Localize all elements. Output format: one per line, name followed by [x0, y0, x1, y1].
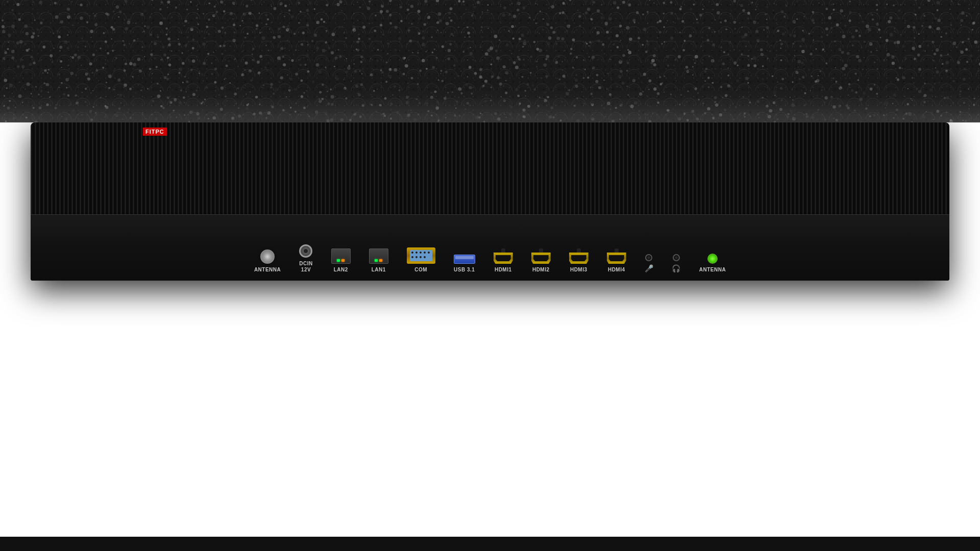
lan2-icon — [331, 248, 351, 264]
hdmi4-port — [607, 253, 626, 264]
com-icon — [407, 247, 435, 264]
background-bottom — [0, 296, 980, 551]
antenna1-port — [260, 249, 275, 264]
port-group-hdmi3: HDMI3 — [560, 222, 598, 273]
com-pin — [420, 256, 422, 258]
lan1-led-green — [375, 259, 378, 262]
antenna2-label: ANTENNA — [699, 267, 726, 273]
device-wrapper: FITPC ANTENNA DCIN — [31, 92, 949, 296]
usb31-label: USB 3.1 — [454, 267, 475, 273]
com-pin — [424, 252, 426, 254]
usb31-port — [454, 255, 475, 264]
hdmi4-icon — [607, 253, 626, 264]
hdmi3-port — [569, 253, 589, 264]
com-pin — [428, 252, 430, 254]
com-pin — [420, 252, 422, 254]
com-label: COM — [414, 267, 427, 273]
port-group-dcin: DCIN 12V — [290, 222, 322, 273]
com-port-inner — [410, 250, 432, 261]
lan1-leds — [375, 259, 382, 262]
lan1-port — [369, 248, 388, 264]
lan2-port — [331, 248, 351, 264]
lan2-led-green — [337, 259, 340, 262]
brand-logo: FITPC — [143, 128, 167, 136]
dcin-icon — [299, 244, 312, 258]
port-group-headphone: 🎧 — [663, 222, 690, 273]
hdmi1-inner — [496, 255, 511, 261]
hdmi4-inner — [609, 255, 624, 261]
mic-jack-icon — [645, 254, 652, 261]
headphone-label: 🎧 — [672, 264, 681, 273]
port-group-lan2: LAN2 — [322, 222, 360, 273]
port-group-antenna2: ANTENNA — [690, 222, 735, 273]
port-group-antenna1: ANTENNA — [245, 222, 290, 273]
hdmi2-port — [531, 253, 551, 264]
headphone-jack-port — [673, 254, 680, 261]
hdmi3-label: HDMI3 — [570, 267, 587, 273]
hdmi1-label: HDMI1 — [495, 267, 512, 273]
hdmi1-port — [494, 253, 513, 264]
port-group-usb31: USB 3.1 — [445, 222, 484, 273]
lan2-leds — [337, 259, 345, 262]
port-group-hdmi1: HDMI1 — [484, 222, 522, 273]
port-group-hdmi4: HDMI4 — [598, 222, 635, 273]
headphone-jack-icon — [673, 254, 680, 261]
com-port — [407, 247, 435, 264]
bottom-bar — [0, 537, 980, 551]
lan1-led-orange — [379, 259, 382, 262]
com-pin — [415, 256, 418, 258]
port-group-lan1: LAN1 — [360, 222, 398, 273]
device-front-panel: ANTENNA DCIN 12V — [31, 214, 949, 281]
hdmi3-inner — [571, 255, 586, 261]
hdmi4-label: HDMI4 — [608, 267, 625, 273]
device-top-surface — [31, 122, 949, 224]
antenna1-icon — [260, 249, 275, 264]
hdmi2-label: HDMI2 — [532, 267, 550, 273]
dcin-port — [299, 244, 312, 258]
ports-row: ANTENNA DCIN 12V — [31, 214, 949, 281]
hdmi2-inner — [533, 255, 549, 261]
lan1-label: LAN1 — [372, 267, 386, 273]
lan2-led-orange — [341, 259, 345, 262]
com-pin — [415, 252, 418, 254]
mic-label: 🎤 — [645, 264, 654, 273]
port-group-hdmi2: HDMI2 — [522, 222, 560, 273]
port-group-com: COM — [398, 222, 445, 273]
dcin-label: DCIN 12V — [299, 261, 312, 273]
com-pin — [411, 252, 413, 254]
mic-icon: 🎤 — [645, 264, 654, 272]
antenna2-icon — [707, 254, 718, 264]
hdmi2-icon — [531, 253, 551, 264]
antenna2-port — [707, 254, 718, 264]
hdmi3-icon — [569, 253, 589, 264]
hdmi1-icon — [494, 253, 513, 264]
mic-jack-port — [645, 254, 652, 261]
headphone-icon: 🎧 — [672, 264, 681, 272]
lan1-icon — [369, 248, 388, 264]
usb31-icon — [454, 255, 475, 264]
device-body: FITPC ANTENNA DCIN — [31, 122, 949, 281]
com-pin — [424, 256, 426, 258]
antenna1-label: ANTENNA — [254, 267, 281, 273]
port-group-mic: 🎤 — [635, 222, 663, 273]
lan2-label: LAN2 — [334, 267, 348, 273]
com-pin — [411, 256, 413, 258]
